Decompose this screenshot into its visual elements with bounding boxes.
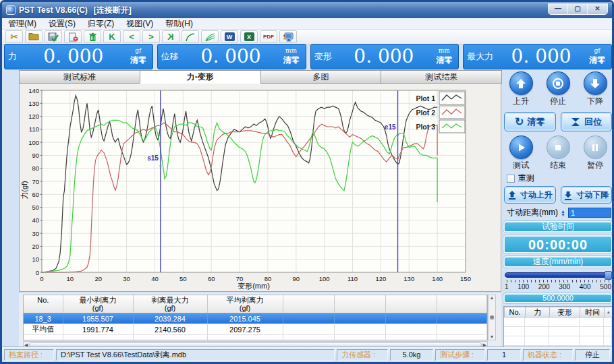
test-pause-button[interactable]: 暂停 [578,135,612,171]
menu-help[interactable]: 帮助(H) [159,18,199,29]
scissors-icon: ✂ [11,32,18,41]
results-col-header[interactable] [283,295,334,313]
svg-text:20: 20 [32,243,39,250]
force-deformation-chart[interactable]: s15×e15× 0102030405060708090100110120130… [20,84,501,291]
export-pdf-button[interactable]: PDF [260,30,277,43]
slider-tick [527,280,528,282]
single-curve-button[interactable] [182,30,199,43]
save-check-icon [48,32,59,42]
point-cell [549,336,580,346]
point-col-header[interactable]: 变形 [549,307,581,317]
last-record-button[interactable]: K [162,30,179,43]
inch-down-button[interactable]: 寸动下降 [561,186,613,204]
svg-text:60: 60 [208,275,215,282]
deformation-clear-button[interactable]: 清零 [436,55,452,66]
max-force-clear-button[interactable]: 清零 [589,55,605,66]
next-record-button[interactable]: > [142,30,160,43]
test-end-button[interactable]: 结束 [541,135,575,171]
results-col-header[interactable]: 剥离最大力(gf) [133,295,207,313]
prev-record-button[interactable]: < [123,30,140,43]
results-col-header[interactable] [437,295,487,313]
stop-circle-icon [552,78,564,90]
curves-icon [204,32,216,42]
tab-test-results[interactable]: 测试结果 [381,70,502,84]
results-col-header[interactable]: No. [24,295,63,313]
menu-settings[interactable]: 设置(S) [43,18,82,29]
slider-tick [596,280,597,282]
export-word-button[interactable]: W [221,30,238,43]
table-cell: 2140.560 [133,324,207,335]
slider-tick [605,280,605,282]
inch-distance-spinner[interactable]: ▲▼ [561,210,565,216]
table-row[interactable] [24,335,487,341]
first-record-button[interactable]: K [103,30,121,43]
point-col-header[interactable]: 时间 [580,307,605,317]
menu-view[interactable]: 视图(V) [120,18,159,29]
last-record-icon: K [167,32,173,41]
return-home-button[interactable]: 回位 [561,112,613,131]
table-row[interactable]: 18_31955.5072039.2842015.045 [24,313,487,324]
control-panel: 上升 停止 下降 ↻ 清零 回位 测试 [503,71,613,349]
inch-distance-input[interactable]: 1 [568,208,611,218]
results-col-header[interactable] [385,295,437,313]
motion-stop-button[interactable]: 停止 [541,71,575,107]
delete-record-button[interactable] [64,30,82,43]
machine-state-value: 停止 [575,349,610,361]
cut-button[interactable]: ✂ [5,30,23,43]
tab-multi-plot[interactable]: 多图 [260,70,382,84]
save-record-button[interactable] [45,30,62,43]
svg-text:100: 100 [319,275,330,282]
jog-down-label: 下降 [578,96,612,107]
speed-slider[interactable] [504,271,612,280]
force-sensor-label: 力传感器 : [337,349,388,361]
open-file-button[interactable] [25,30,43,43]
chart-legend: Plot 1Plot 2Plot 3 [416,92,465,133]
force-clear-button[interactable]: 清零 [130,55,146,66]
menu-zero[interactable]: 归零(Z) [82,18,120,29]
deformation-value: 0. 000 [335,45,433,68]
point-table-scroll-up[interactable]: ▴ [604,307,613,317]
slider-track[interactable] [505,272,611,278]
tab-test-standard[interactable]: 测试标准 [19,70,140,84]
svg-text:40: 40 [32,216,39,224]
point-row [504,336,612,346]
jog-down-button[interactable]: 下降 [578,71,612,107]
test-time-display: 00:00:00 [503,235,613,253]
first-record-icon: K [109,32,115,41]
point-cell [580,327,604,336]
results-col-header[interactable]: 最小剥离力(gf) [63,295,133,313]
results-col-header[interactable] [334,295,385,313]
slider-tick [523,280,524,282]
slider-thumb[interactable] [605,271,612,280]
jog-up-button[interactable]: 上升 [504,71,538,107]
y-axis-title: 力(gf) [20,181,28,200]
slider-tick [535,280,536,282]
multi-curve-button[interactable] [201,30,219,43]
clear-curve-button[interactable] [84,30,101,43]
point-col-header[interactable]: 力 [525,307,550,317]
svg-text:50: 50 [32,204,39,211]
scroll-up-icon: ▲ [490,295,495,301]
minimize-button[interactable]: — [549,3,568,14]
device-monitor-button[interactable] [279,30,297,43]
export-excel-button[interactable]: X [240,30,258,43]
point-col-header[interactable]: No. [504,307,526,317]
svg-text:90: 90 [293,275,300,282]
results-col-header[interactable]: 平均剥离力(gf) [207,295,283,313]
zero-all-button[interactable]: ↻ 清零 [504,112,556,131]
menu-manage[interactable]: 管理(M) [2,18,43,29]
close-button[interactable]: ✕ [588,3,607,14]
retest-checkbox[interactable] [507,175,515,183]
table-row[interactable]: 平均值1991.7742140.5602097.275 [24,324,487,335]
cursor-label-e15: e15 [385,123,396,131]
results-vertical-scrollbar[interactable]: ▲ ▦ ▼ [488,295,496,340]
chart-pane[interactable]: s15×e15× 0102030405060708090100110120130… [19,84,501,292]
displacement-clear-button[interactable]: 清零 [283,55,300,66]
maximize-button[interactable]: ▢ [568,3,588,14]
tab-force-deformation[interactable]: 力-变形 [140,70,261,84]
test-start-label: 测试 [504,160,538,171]
inch-up-button[interactable]: 寸动上升 [504,186,556,204]
spinner-down-icon[interactable]: ▼ [561,213,565,216]
test-pause-label: 暂停 [578,160,612,171]
test-start-button[interactable]: 测试 [504,135,538,171]
